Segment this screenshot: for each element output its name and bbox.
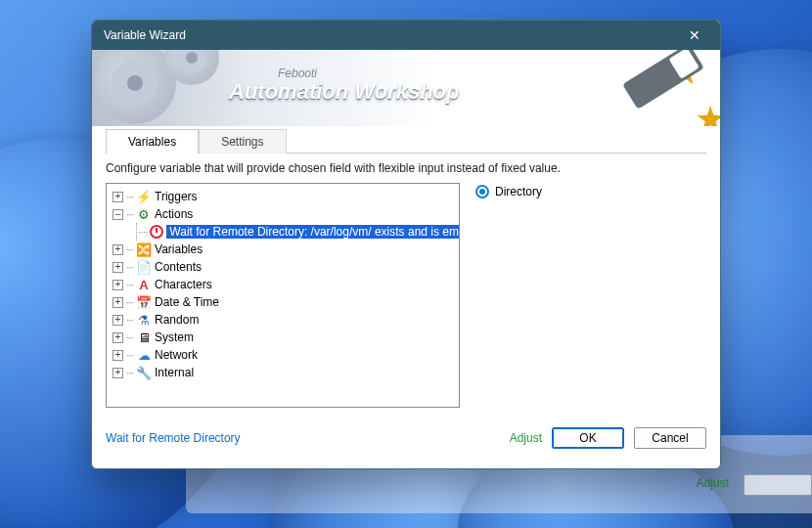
tree-node-network[interactable]: +··· ☁ Network: [109, 346, 457, 364]
wrench-icon: 🔧: [136, 365, 152, 380]
flask-icon: ⚗: [136, 312, 152, 328]
expand-icon[interactable]: +: [113, 192, 123, 202]
help-link[interactable]: Wait for Remote Directory: [106, 431, 241, 445]
tree-node-datetime[interactable]: +··· 📅 Date & Time: [109, 293, 457, 311]
window-title: Variable Wizard: [104, 28, 186, 42]
radio-icon: [475, 185, 489, 198]
variable-tree[interactable]: +··· ⚡ Triggers –··· ⚙ Actions ···· Wait…: [106, 183, 460, 408]
gear-icon: ⚙: [136, 206, 152, 222]
monitor-icon: 🖥: [136, 330, 152, 345]
banner: ★ ★ Febooti Automation Workshop: [92, 50, 720, 126]
titlebar: Variable Wizard ✕: [92, 21, 720, 50]
tree-node-random[interactable]: +··· ⚗ Random: [109, 311, 457, 329]
cancel-button[interactable]: Cancel: [634, 427, 706, 449]
expand-icon[interactable]: +: [113, 262, 123, 273]
expand-icon[interactable]: +: [113, 350, 123, 361]
tree-node-contents[interactable]: +··· 📄 Contents: [109, 258, 457, 276]
ghost-adjust: Adjust: [697, 476, 729, 490]
tree-node-system[interactable]: +··· 🖥 System: [109, 329, 457, 346]
expand-icon[interactable]: +: [113, 315, 123, 326]
tree-node-actions[interactable]: –··· ⚙ Actions: [109, 205, 457, 223]
ghost-ok: [744, 474, 812, 496]
tree-node-characters[interactable]: +··· A Characters: [109, 276, 457, 293]
clock-icon: [150, 224, 163, 240]
adjust-link[interactable]: Adjust: [510, 431, 542, 445]
cloud-icon: ☁: [136, 347, 152, 363]
expand-icon[interactable]: +: [113, 280, 123, 290]
calendar-icon: 📅: [136, 294, 152, 310]
ok-button[interactable]: OK: [552, 427, 624, 449]
tree-node-variables[interactable]: +··· 🔀 Variables: [109, 241, 457, 258]
tree-node-wait-remote-dir[interactable]: ···· Wait for Remote Directory: /var/log…: [109, 223, 457, 241]
expand-icon[interactable]: +: [113, 244, 123, 255]
collapse-icon[interactable]: –: [113, 209, 123, 220]
document-icon: 📄: [136, 259, 152, 275]
lightning-icon: ⚡: [136, 189, 152, 204]
expand-icon[interactable]: +: [113, 368, 123, 378]
tab-settings[interactable]: Settings: [199, 129, 286, 154]
tree-node-internal[interactable]: +··· 🔧 Internal: [109, 364, 457, 381]
star-icon: ★: [695, 99, 720, 126]
close-icon[interactable]: ✕: [677, 21, 712, 50]
variable-wizard-dialog: Variable Wizard ✕ ★ ★ Febooti Automation…: [91, 20, 721, 469]
expand-icon[interactable]: +: [113, 332, 123, 343]
option-label: Directory: [495, 185, 542, 198]
tab-variables[interactable]: Variables: [106, 129, 199, 154]
option-directory[interactable]: Directory: [475, 185, 706, 198]
banner-brand: Febooti: [278, 66, 317, 80]
tree-node-triggers[interactable]: +··· ⚡ Triggers: [109, 188, 457, 205]
shuffle-icon: 🔀: [136, 242, 152, 257]
description-text: Configure variable that will provide cho…: [106, 161, 706, 175]
letter-icon: A: [136, 277, 152, 292]
expand-icon[interactable]: +: [113, 297, 123, 308]
banner-product: Automation Workshop: [229, 79, 459, 105]
